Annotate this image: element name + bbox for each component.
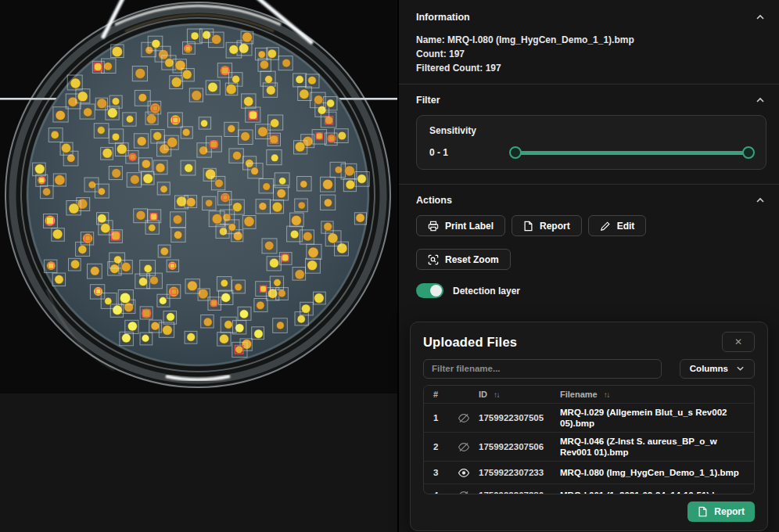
close-panel-button[interactable]: ✕ bbox=[722, 332, 755, 352]
document-icon bbox=[523, 221, 533, 232]
table-row[interactable]: 4 1759922307386 MRQ-I.001 (1_2021-02-24_… bbox=[424, 483, 754, 494]
detection-layer-label: Detection layer bbox=[453, 286, 520, 297]
information-collapse-button[interactable] bbox=[754, 13, 766, 22]
files-table: # ID↑↓ Filename↑↓ 1 1759922307505 MRQ-I.… bbox=[423, 385, 755, 494]
detection-layer-toggle[interactable] bbox=[416, 283, 443, 298]
actions-title: Actions bbox=[416, 195, 452, 206]
specimen-pane bbox=[0, 0, 397, 532]
close-icon: ✕ bbox=[734, 336, 742, 347]
print-label-button[interactable]: Print Label bbox=[416, 215, 505, 236]
visibility-toggle-button[interactable] bbox=[458, 442, 470, 452]
chevron-up-icon bbox=[756, 197, 765, 203]
toggle-knob bbox=[430, 285, 442, 297]
uploaded-files-title: Uploaded Files bbox=[423, 335, 517, 350]
chevron-up-icon bbox=[756, 14, 765, 20]
sort-icon[interactable]: ↑↓ bbox=[494, 390, 499, 399]
report-button-text: Report bbox=[540, 221, 570, 232]
reset-zoom-button[interactable]: Reset Zoom bbox=[416, 249, 511, 270]
sensitivity-range-label: 0 - 1 bbox=[429, 147, 511, 158]
petri-dish-photo[interactable] bbox=[0, 0, 397, 394]
sensitivity-label: Sensitivity bbox=[429, 125, 753, 136]
sensitivity-slider[interactable] bbox=[511, 146, 753, 159]
print-label-text: Print Label bbox=[445, 221, 494, 232]
sensitivity-card: Sensitivity 0 - 1 bbox=[416, 115, 766, 170]
columns-label: Columns bbox=[690, 364, 728, 373]
eye-off-icon bbox=[458, 413, 470, 423]
report-button[interactable]: Report bbox=[512, 215, 582, 236]
filter-collapse-button[interactable] bbox=[754, 95, 766, 105]
visibility-toggle-button[interactable] bbox=[458, 413, 470, 423]
filter-section: Filter Sensitivity 0 - 1 bbox=[399, 84, 779, 184]
slider-handle-min[interactable] bbox=[509, 146, 522, 159]
edit-button[interactable]: Edit bbox=[588, 215, 647, 236]
table-row[interactable]: 3 1759922307233 MRQ-I.080 (Img_HygCen_De… bbox=[424, 461, 754, 483]
visibility-toggle-button[interactable] bbox=[458, 468, 470, 478]
printer-icon bbox=[428, 221, 439, 232]
information-section: Information Name: MRQ-I.080 (Img_HygCen_… bbox=[399, 0, 779, 84]
side-panel: Information Name: MRQ-I.080 (Img_HygCen_… bbox=[397, 0, 779, 532]
header-num: # bbox=[424, 390, 449, 399]
chevron-up-icon bbox=[756, 97, 765, 103]
header-filename[interactable]: Filename↑↓ bbox=[560, 389, 754, 401]
filter-filename-input[interactable] bbox=[423, 359, 662, 379]
reset-zoom-icon bbox=[428, 254, 439, 265]
report-footer-button[interactable]: Report bbox=[687, 501, 755, 522]
report-footer-text: Report bbox=[714, 506, 745, 517]
petri-dish-image[interactable] bbox=[0, 0, 397, 394]
slider-handle-max[interactable] bbox=[742, 146, 755, 159]
table-row[interactable]: 2 1759922307506 MRQ-I.046 (Z-Inst S. aur… bbox=[424, 432, 754, 461]
eye-icon bbox=[458, 468, 470, 478]
filter-title: Filter bbox=[416, 95, 440, 106]
file-name-text: Name: MRQ-I.080 (Img_HygCen_Demo_1_1).bm… bbox=[416, 33, 766, 47]
information-title: Information bbox=[416, 12, 470, 23]
reset-zoom-text: Reset Zoom bbox=[445, 254, 499, 265]
header-id[interactable]: ID↑↓ bbox=[479, 390, 560, 399]
chevron-down-icon bbox=[736, 365, 745, 372]
eye-off-icon bbox=[458, 442, 470, 452]
sort-icon[interactable]: ↑↓ bbox=[604, 390, 609, 399]
slider-track[interactable] bbox=[511, 151, 753, 155]
edit-button-text: Edit bbox=[617, 221, 635, 232]
pencil-icon bbox=[600, 221, 611, 232]
count-text: Count: 197 bbox=[416, 47, 766, 61]
table-row[interactable]: 1 1759922307505 MRQ-I.029 (Allgemein Blu… bbox=[424, 403, 754, 432]
uploaded-files-panel: Uploaded Files ✕ Columns # ID↑↓ Filename… bbox=[410, 322, 768, 531]
app-root: Information Name: MRQ-I.080 (Img_HygCen_… bbox=[0, 0, 779, 532]
actions-collapse-button[interactable] bbox=[754, 196, 766, 205]
table-header-row: # ID↑↓ Filename↑↓ bbox=[424, 386, 754, 403]
actions-section: Actions Print Label bbox=[399, 185, 779, 314]
columns-dropdown-button[interactable]: Columns bbox=[680, 359, 755, 379]
document-icon bbox=[698, 506, 708, 517]
filtered-count-text: Filtered Count: 197 bbox=[416, 61, 766, 75]
